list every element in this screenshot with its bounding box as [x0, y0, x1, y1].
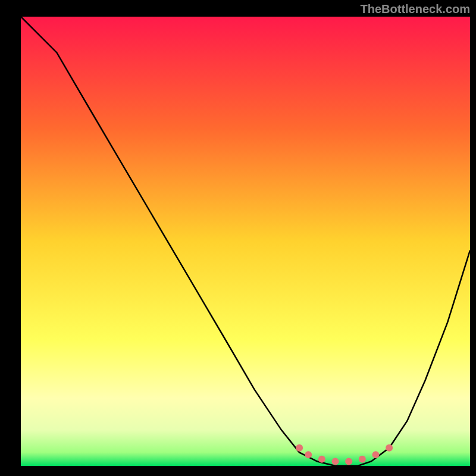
plot-background	[21, 17, 470, 466]
optimal-dot	[345, 458, 352, 465]
optimal-dot	[318, 456, 325, 463]
attribution-label: TheBottleneck.com	[361, 2, 470, 16]
bottleneck-chart: TheBottleneck.com	[0, 0, 476, 476]
optimal-dot	[305, 451, 312, 458]
optimal-dot	[359, 456, 366, 463]
optimal-dot	[332, 458, 339, 465]
optimal-dot	[372, 451, 379, 458]
optimal-dot	[296, 444, 303, 452]
optimal-dot	[386, 444, 393, 452]
chart-svg	[0, 0, 476, 476]
